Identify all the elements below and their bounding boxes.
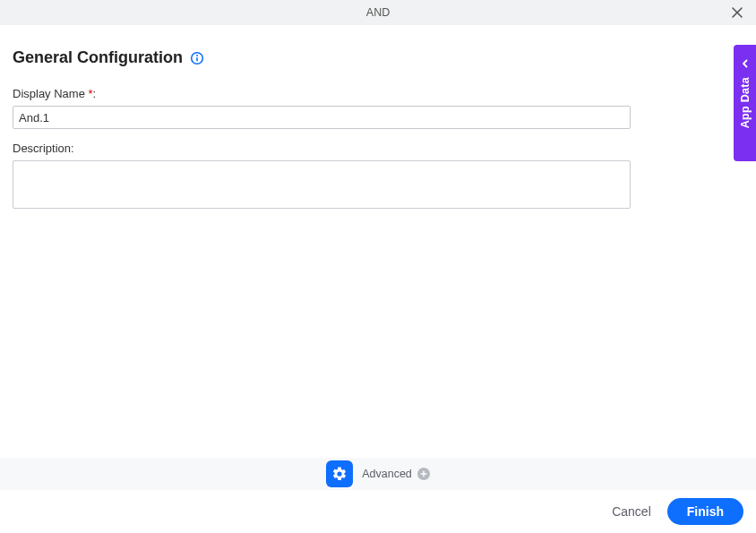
finish-button[interactable]: Finish (667, 498, 743, 525)
dialog-footer: Cancel Finish (0, 490, 756, 533)
advanced-bar: Advanced (0, 458, 756, 490)
dialog-title: AND (366, 6, 390, 19)
settings-button[interactable] (326, 460, 353, 487)
section-title: General Configuration (13, 48, 183, 67)
info-icon[interactable] (190, 51, 204, 65)
plus-circle-icon (417, 468, 430, 480)
section-heading: General Configuration (13, 48, 743, 67)
display-name-label: Display Name *: (13, 87, 743, 100)
app-data-tab-label: App Data (739, 77, 752, 128)
gear-icon (331, 466, 348, 482)
description-label: Description: (13, 142, 743, 155)
cancel-button[interactable]: Cancel (612, 504, 651, 519)
label-colon: : (93, 87, 97, 100)
display-name-input[interactable] (13, 106, 631, 129)
app-data-tab[interactable]: App Data (734, 45, 756, 161)
description-input[interactable] (13, 160, 631, 209)
svg-point-3 (196, 55, 198, 56)
svg-rect-4 (196, 57, 198, 62)
close-button[interactable] (729, 4, 745, 21)
content-area: General Configuration Display Name *: De… (0, 25, 756, 212)
close-icon (731, 6, 743, 19)
advanced-toggle[interactable]: Advanced (362, 468, 430, 480)
dialog-header: AND (0, 0, 756, 25)
display-name-row: Display Name *: (13, 87, 743, 129)
description-row: Description: (13, 142, 743, 212)
chevron-left-icon (741, 56, 750, 72)
advanced-label-text: Advanced (362, 468, 412, 480)
display-name-label-text: Display Name (13, 87, 85, 100)
